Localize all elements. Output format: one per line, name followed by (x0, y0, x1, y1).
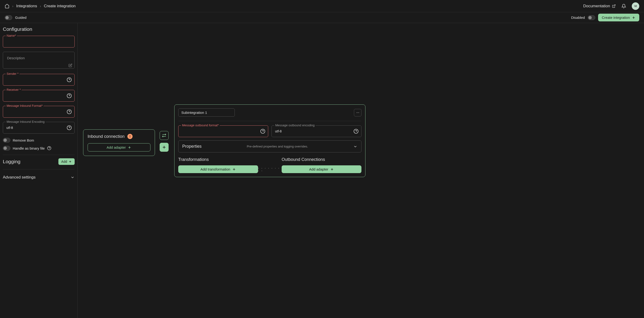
outbound-format-label: Message outbound format* (181, 123, 220, 127)
outbound-format-field: Message outbound format* (178, 125, 268, 137)
plus-icon (330, 167, 334, 171)
inbound-encoding-field: Message Inbound Encoding (3, 122, 75, 134)
guided-label: Guided (15, 15, 26, 19)
inbound-encoding-label: Message Inbound Encoding (6, 120, 46, 123)
properties-box[interactable]: Properties Pre-defined properties and lo… (178, 140, 362, 152)
warning-icon: ! (128, 134, 132, 139)
main-content: Configuration Name* Description Sender *… (0, 23, 644, 318)
inbound-title: Inbound connection (88, 134, 124, 139)
chevron-right-icon: › (12, 4, 14, 8)
guided-toggle[interactable] (5, 15, 12, 20)
help-icon[interactable] (67, 125, 72, 130)
transformations-title: Transformations (178, 157, 258, 162)
subintegration-header: ⋯ (178, 108, 362, 117)
plus-icon (128, 146, 132, 149)
description-label: Description (6, 56, 26, 60)
subheader-right: Disabled Create integration (571, 14, 639, 21)
chevron-down-icon (70, 175, 75, 179)
subintegration-name-input[interactable] (178, 108, 235, 117)
add-button[interactable] (160, 143, 168, 152)
help-icon[interactable] (67, 77, 72, 82)
outbound-encoding-input[interactable] (272, 125, 362, 137)
add-transformation-button[interactable]: Add transformation (178, 165, 258, 173)
sender-label: Sender * (6, 72, 20, 75)
more-icon: ⋯ (356, 111, 359, 114)
external-link-icon (612, 4, 616, 8)
swap-buttons (160, 131, 168, 152)
outbound-encoding-field: Message outbound encoding (272, 125, 362, 137)
documentation-link[interactable]: Documentation (583, 4, 616, 8)
advanced-settings-row[interactable]: Advanced settings (3, 173, 75, 182)
receiver-field: Receiver * (3, 90, 75, 102)
subintegration-bottom: Transformations Add transformation • • •… (178, 157, 362, 173)
receiver-label: Receiver * (6, 88, 22, 91)
name-field: Name* (3, 36, 75, 47)
logging-header: Logging Add (3, 158, 75, 165)
divider (3, 169, 75, 169)
receiver-input[interactable] (3, 90, 75, 102)
help-icon[interactable] (354, 129, 358, 134)
disabled-toggle[interactable] (588, 15, 595, 20)
outbound-encoding-label: Message outbound encoding (274, 123, 316, 127)
subheader-left: Guided (5, 15, 26, 20)
header-actions: Documentation VI (583, 2, 639, 10)
config-sidebar: Configuration Name* Description Sender *… (0, 23, 78, 318)
name-label: Name* (6, 34, 17, 37)
remove-bom-row: Remove Bom (3, 138, 75, 143)
disabled-label: Disabled (571, 15, 585, 19)
help-icon[interactable] (67, 109, 72, 114)
canvas: Inbound connection ! Add adapter (78, 23, 644, 318)
name-input[interactable] (3, 36, 75, 47)
remove-bom-label: Remove Bom (13, 138, 34, 142)
help-icon[interactable] (47, 146, 51, 150)
plus-icon (232, 167, 236, 171)
chevron-right-icon: › (40, 4, 41, 8)
inbound-encoding-input[interactable] (3, 122, 75, 134)
divider (178, 121, 362, 121)
handle-binary-row: Handle as binary file (3, 146, 75, 151)
outbound-fields-row: Message outbound format* Message outboun… (178, 125, 362, 137)
home-icon[interactable] (5, 4, 10, 8)
description-input[interactable] (3, 52, 75, 69)
breadcrumb: › Integrations › Create integration (5, 4, 76, 8)
configuration-title: Configuration (3, 26, 75, 32)
sender-field: Sender * (3, 74, 75, 86)
sender-input[interactable] (3, 74, 75, 86)
handle-binary-toggle[interactable] (3, 146, 10, 151)
inbound-connection-card: Inbound connection ! Add adapter (83, 129, 155, 156)
outbound-format-input[interactable] (178, 125, 268, 137)
chevron-down-icon (353, 144, 358, 149)
add-logging-button[interactable]: Add (58, 158, 75, 165)
inbound-header: Inbound connection ! (88, 134, 150, 139)
plus-icon (632, 16, 636, 19)
edit-icon[interactable] (68, 63, 72, 67)
plus-icon (68, 160, 72, 163)
create-integration-button[interactable]: Create integration (598, 14, 639, 21)
outbound-connections-title: Outbound Connections (282, 157, 362, 162)
help-icon[interactable] (67, 93, 72, 98)
breadcrumb-current: Create integration (44, 4, 76, 8)
add-inbound-adapter-button[interactable]: Add adapter (88, 143, 150, 151)
subheader: Guided Disabled Create integration (0, 12, 644, 23)
outbound-connections-col: Outbound Connections Add adapter (282, 157, 362, 173)
properties-label: Properties (182, 144, 202, 149)
handle-binary-label: Handle as binary file (13, 146, 45, 150)
bell-icon[interactable] (622, 4, 626, 8)
inbound-format-field: Message Inbound Format* (3, 106, 75, 118)
subintegration-card: ⋯ Message outbound format* Message outbo… (174, 104, 366, 177)
remove-bom-toggle[interactable] (3, 138, 10, 143)
breadcrumb-integrations[interactable]: Integrations (16, 4, 37, 8)
logging-title: Logging (3, 159, 20, 164)
transformations-col: Transformations Add transformation (178, 157, 258, 173)
swap-button[interactable] (160, 131, 168, 140)
inbound-format-input[interactable] (3, 106, 75, 118)
top-header: › Integrations › Create integration Docu… (0, 0, 644, 12)
description-field: Description (3, 52, 75, 70)
avatar[interactable]: VI (632, 2, 639, 10)
add-outbound-adapter-button[interactable]: Add adapter (282, 165, 362, 173)
help-icon[interactable] (260, 129, 265, 134)
more-button[interactable]: ⋯ (354, 109, 362, 116)
inbound-format-label: Message Inbound Format* (6, 104, 44, 107)
dotted-separator: • • • • • • • • • (258, 157, 282, 172)
properties-description: Pre-defined properties and logging overr… (202, 145, 353, 148)
